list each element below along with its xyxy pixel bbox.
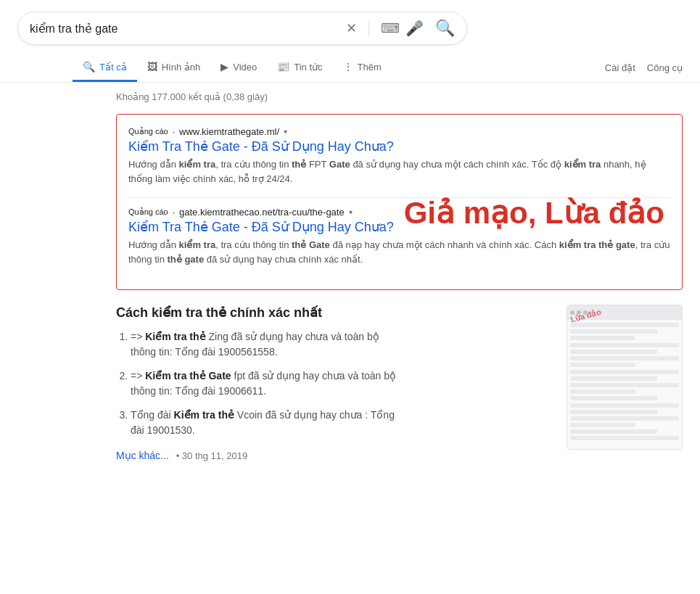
tab-more-label: Thêm <box>358 62 382 73</box>
tab-more[interactable]: ⋮ Thêm <box>333 54 392 82</box>
ad-title-1[interactable]: Kiểm Tra Thẻ Gate - Đã Sử Dụng Hay Chưa? <box>128 139 670 154</box>
dropdown-arrow-1[interactable]: ▾ <box>284 128 287 136</box>
item-prefix-1: => <box>131 331 145 342</box>
images-icon: 🖼 <box>147 61 157 73</box>
tab-video-label: Video <box>233 62 257 73</box>
search-bar: ✕ ⌨ 🎤 🔍 <box>17 12 467 45</box>
bullet-2: · <box>173 207 175 218</box>
thumb-line <box>570 343 679 347</box>
ad-box: Quảng cáo · www.kiemtrathegate.ml/ ▾ Kiể… <box>116 114 683 290</box>
organic-title: Cách kiểm tra thẻ chính xác nhất <box>116 305 549 321</box>
list-item: => Kiểm tra thẻ Zing đã sử dụng hay chưa… <box>131 329 549 360</box>
item-prefix-3: Tổng đài <box>131 409 174 421</box>
thumb-line <box>570 403 679 408</box>
thumb-line <box>570 336 635 340</box>
ad-url-1: www.kiemtrathegate.ml/ <box>179 126 279 137</box>
tab-images-label: Hình ảnh <box>162 62 201 73</box>
thumb-body <box>567 320 682 445</box>
thumb-line <box>570 389 635 394</box>
nav-right: Cài đặt Công cụ <box>605 62 683 73</box>
ad-entry-2: Quảng cáo · gate.kiemtrathecao.net/tra-c… <box>128 207 670 266</box>
ad-separator <box>128 197 670 198</box>
tab-all-label: Tất cả <box>99 62 127 73</box>
thumb-line <box>570 329 657 334</box>
ad-badge-2: Quảng cáo <box>128 207 168 217</box>
search-input[interactable] <box>30 22 340 35</box>
thumb-line <box>570 323 679 327</box>
thumbnail-box: Lừa đảo <box>567 305 683 461</box>
ad-label-2: Quảng cáo · gate.kiemtrathecao.net/tra-c… <box>128 207 670 218</box>
organic-content: Cách kiểm tra thẻ chính xác nhất => Kiểm… <box>116 305 549 461</box>
item-bold-1: Kiểm tra thẻ <box>145 331 205 342</box>
thumb-line <box>570 383 679 387</box>
ad-desc-1: Hướng dẫn kiểm tra, tra cứu thông tin th… <box>128 157 670 186</box>
bullet-1: · <box>173 127 175 137</box>
thumb-line <box>570 436 679 440</box>
results-area: Khoảng 177.000 kết quả (0,38 giây) Quảng… <box>0 83 700 470</box>
dropdown-arrow-2[interactable]: ▾ <box>349 208 353 216</box>
more-link[interactable]: Mục khác... <box>116 450 169 461</box>
tab-video[interactable]: ▶ Video <box>210 54 267 82</box>
thumb-line <box>570 350 657 354</box>
organic-list: => Kiểm tra thẻ Zing đã sử dụng hay chưa… <box>116 329 549 438</box>
thumb-line <box>570 356 679 360</box>
list-item: => Kiểm tra thẻ Gate fpt đã sử dụng hay … <box>131 368 549 399</box>
ad-title-2[interactable]: Kiểm Tra Thẻ Gate - Đã Sử Dụng Hay Chưa? <box>128 219 670 235</box>
item-bold-2: Kiểm tra thẻ Gate <box>145 370 231 381</box>
tools-link[interactable]: Công cụ <box>647 62 683 73</box>
mic-icon[interactable]: 🎤 <box>405 20 424 37</box>
organic-section: Cách kiểm tra thẻ chính xác nhất => Kiểm… <box>116 305 683 461</box>
tab-news-label: Tin tức <box>294 62 322 73</box>
search-button-icon[interactable]: 🔍 <box>435 19 455 38</box>
thumb-line <box>570 396 657 400</box>
item-bold-3: Kiểm tra thẻ <box>174 409 234 421</box>
video-icon: ▶ <box>221 61 228 73</box>
results-count: Khoảng 177.000 kết quả (0,38 giây) <box>116 91 683 102</box>
thumb-line <box>570 423 635 427</box>
organic-footer: Mục khác... • 30 thg 11, 2019 <box>116 450 549 461</box>
nav-tabs: 🔍 Tất cả 🖼 Hình ảnh ▶ Video 📰 Tin tức ⋮ … <box>0 48 700 83</box>
ad-badge-1: Quảng cáo <box>128 127 168 136</box>
thumbnail-image: Lừa đảo <box>567 305 683 450</box>
thumb-line <box>570 376 657 381</box>
tab-images[interactable]: 🖼 Hình ảnh <box>137 54 211 82</box>
thumb-line <box>570 429 657 434</box>
settings-link[interactable]: Cài đặt <box>605 62 635 73</box>
thumb-line <box>570 363 635 367</box>
ad-entry-1: Quảng cáo · www.kiemtrathegate.ml/ ▾ Kiể… <box>128 126 670 186</box>
item-prefix-2: => <box>131 370 145 381</box>
keyboard-icon[interactable]: ⌨ <box>381 20 400 36</box>
thumb-line <box>570 370 679 374</box>
thumb-line <box>570 416 679 421</box>
ad-label-1: Quảng cáo · www.kiemtrathegate.ml/ ▾ <box>128 126 670 137</box>
clear-icon[interactable]: ✕ <box>346 20 357 36</box>
list-item: Tổng đài Kiểm tra thẻ Vcoin đã sử dụng h… <box>131 408 549 438</box>
divider <box>368 20 369 37</box>
news-icon: 📰 <box>277 61 289 73</box>
ad-desc-2: Hướng dẫn kiểm tra, tra cứu thông tin th… <box>128 238 670 266</box>
result-date: • 30 thg 11, 2019 <box>176 450 248 461</box>
tab-news[interactable]: 📰 Tin tức <box>267 54 332 82</box>
tab-all[interactable]: 🔍 Tất cả <box>73 54 137 82</box>
ad-url-2: gate.kiemtrathecao.net/tra-cuu/the-gate <box>179 207 345 218</box>
search-icon: 🔍 <box>83 61 95 73</box>
header: ✕ ⌨ 🎤 🔍 <box>0 0 700 45</box>
thumb-line <box>570 410 657 414</box>
more-icon: ⋮ <box>343 61 353 73</box>
